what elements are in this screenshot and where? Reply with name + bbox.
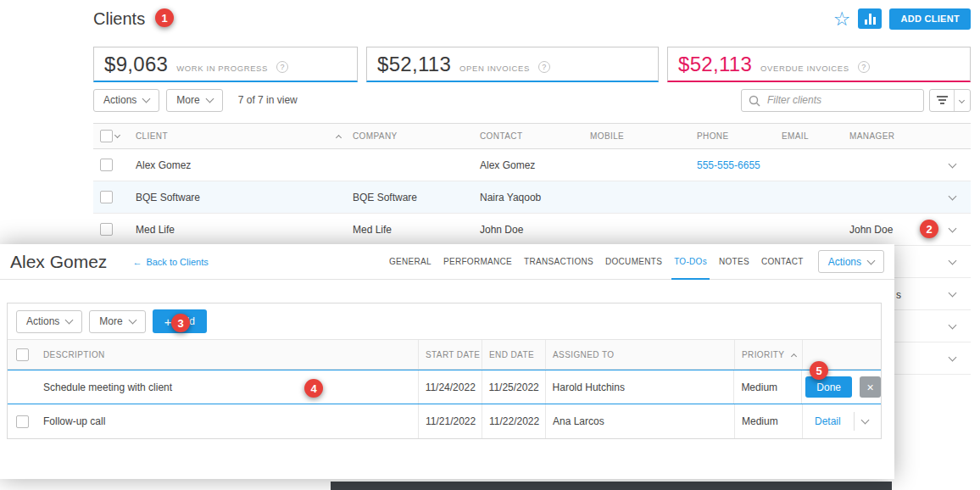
kpi-label: OPEN INVOICES	[459, 64, 530, 73]
client-row-med-life[interactable]: Med Life Med Life John Doe John Doe	[93, 214, 971, 246]
row-expand-chevron-icon[interactable]	[949, 256, 957, 264]
todos-more-button[interactable]: More	[89, 310, 145, 333]
contact-cell: Naira Yaqoob	[478, 192, 588, 203]
phone-link[interactable]: 555-555-6655	[695, 159, 780, 171]
todos-panel: Actions More + Add DESCRIPTION START DAT…	[7, 303, 882, 439]
client-cell: Med Life	[134, 224, 351, 236]
col-manager[interactable]: MANAGER	[848, 131, 919, 141]
client-row-alex-gomez[interactable]: Alex Gomez Alex Gomez 555-555-6655	[93, 149, 971, 181]
tab-notes[interactable]: NOTES	[713, 244, 755, 280]
col-priority[interactable]: PRIORITY	[734, 340, 802, 369]
actions-button[interactable]: Actions	[93, 89, 159, 112]
end-date-cell: 11/25/2022	[482, 370, 545, 404]
row-expand-chevron-icon[interactable]	[949, 224, 957, 232]
client-cell: Alex Gomez	[134, 159, 351, 171]
contact-cell: John Doe	[478, 224, 588, 236]
sort-asc-icon	[791, 353, 797, 359]
client-cell: BQE Software	[134, 192, 351, 203]
kpi-label: OVERDUE INVOICES	[760, 64, 849, 73]
analytics-button[interactable]	[858, 8, 882, 29]
filter-input-wrap	[741, 89, 924, 112]
tab-performance[interactable]: PERFORMANCE	[437, 244, 518, 280]
clients-table-header: CLIENT COMPANY CONTACT MOBILE PHONE EMAI…	[93, 123, 971, 149]
col-contact[interactable]: CONTACT	[478, 131, 588, 141]
todo-row-follow-up-call[interactable]: Follow-up call 11/21/2022 11/22/2022 Ana…	[8, 404, 881, 438]
help-icon[interactable]: ?	[538, 61, 550, 73]
col-phone[interactable]: PHONE	[695, 131, 780, 141]
todos-select-all-checkbox[interactable]	[16, 348, 29, 361]
tab-todos[interactable]: TO-DOs	[668, 244, 713, 280]
row-checkbox[interactable]	[100, 223, 113, 236]
col-description[interactable]: DESCRIPTION	[36, 340, 418, 369]
tab-general[interactable]: GENERAL	[383, 244, 437, 280]
chevron-down-icon	[142, 95, 151, 103]
help-icon[interactable]: ?	[858, 61, 870, 73]
col-assigned-to[interactable]: ASSIGNED TO	[545, 340, 734, 369]
chevron-down-icon	[65, 316, 74, 325]
header-actions: ☆ ADD CLIENT	[833, 8, 971, 30]
back-arrow-icon: ←	[132, 257, 142, 267]
kpi-work-in-progress[interactable]: $9,063 WORK IN PROGRESS ?	[93, 47, 358, 82]
detail-link[interactable]: Detail	[815, 415, 841, 427]
callout-badge-4: 4	[304, 379, 323, 398]
detail-tabs: GENERAL PERFORMANCE TRANSACTIONS DOCUMEN…	[383, 244, 810, 280]
filter-button[interactable]	[929, 89, 971, 112]
cancel-button[interactable]: ×	[860, 376, 881, 398]
more-button[interactable]: More	[166, 89, 222, 112]
kpi-overdue-invoices[interactable]: $52,113 OVERDUE INVOICES ?	[667, 47, 971, 82]
col-start-date[interactable]: START DATE	[418, 340, 482, 369]
filter-clients-input[interactable]	[741, 89, 924, 112]
row-expand-chevron-icon[interactable]	[949, 320, 957, 329]
chevron-down-icon	[128, 316, 136, 325]
filter-funnel-icon	[930, 96, 954, 104]
chevron-down-icon	[959, 97, 965, 103]
col-company[interactable]: COMPANY	[351, 131, 478, 141]
col-client-label: CLIENT	[136, 131, 168, 141]
client-row-bqe-software[interactable]: BQE Software BQE Software Naira Yaqoob	[93, 181, 971, 214]
clients-toolbar: Actions More 7 of 7 in view	[93, 88, 971, 112]
detail-actions-button[interactable]: Actions	[818, 250, 884, 273]
page-header: Clients ☆ ADD CLIENT	[93, 3, 971, 34]
kpi-open-invoices[interactable]: $52,113 OPEN INVOICES ?	[366, 47, 659, 82]
favorite-star-icon[interactable]: ☆	[833, 9, 851, 29]
kpi-value: $52,113	[678, 47, 752, 81]
kpi-cards: $9,063 WORK IN PROGRESS ? $52,113 OPEN I…	[93, 47, 971, 82]
search-icon	[749, 95, 760, 107]
row-expand-chevron-icon[interactable]	[949, 192, 957, 200]
back-to-clients-link[interactable]: ← Back to Clients	[132, 257, 208, 267]
row-expand-chevron-icon[interactable]	[949, 159, 957, 168]
company-cell: Med Life	[351, 224, 478, 236]
tab-contact[interactable]: CONTACT	[755, 244, 810, 280]
row-expand-chevron-icon[interactable]	[949, 353, 957, 361]
client-detail-panel: Alex Gomez ← Back to Clients GENERAL PER…	[0, 244, 894, 479]
callout-badge-5: 5	[810, 361, 828, 380]
contact-cell: Alex Gomez	[478, 159, 588, 171]
priority-cell: Medium	[734, 404, 802, 438]
row-menu-chevron-icon[interactable]	[860, 416, 869, 425]
select-all-checkbox[interactable]	[100, 130, 113, 142]
row-checkbox[interactable]	[100, 191, 113, 203]
todo-row-schedule-meeting[interactable]: Schedule meeting with client 11/24/2022 …	[8, 370, 881, 404]
tab-transactions[interactable]: TRANSACTIONS	[518, 244, 599, 280]
add-client-button[interactable]: ADD CLIENT	[889, 8, 971, 30]
col-mobile[interactable]: MOBILE	[588, 131, 695, 141]
col-email[interactable]: EMAIL	[780, 131, 848, 141]
chevron-down-icon	[867, 256, 876, 264]
todos-toolbar: Actions More + Add	[8, 303, 881, 339]
company-cell: BQE Software	[351, 192, 478, 203]
row-checkbox[interactable]	[16, 415, 29, 428]
callout-badge-3: 3	[171, 314, 190, 332]
todos-actions-label: Actions	[26, 315, 59, 327]
todos-actions-button[interactable]: Actions	[16, 310, 82, 333]
tab-documents[interactable]: DOCUMENTS	[599, 244, 668, 280]
row-checkbox[interactable]	[100, 159, 113, 171]
col-end-date[interactable]: END DATE	[482, 340, 545, 369]
row-actions: Detail	[802, 404, 881, 438]
help-icon[interactable]: ?	[276, 61, 288, 73]
row-expand-chevron-icon[interactable]	[949, 288, 957, 297]
background-window-edge	[331, 482, 892, 490]
col-client[interactable]: CLIENT	[134, 131, 351, 141]
done-button[interactable]: Done	[805, 376, 852, 398]
select-menu-chevron-icon[interactable]	[114, 131, 120, 137]
kpi-value: $9,063	[104, 47, 168, 81]
